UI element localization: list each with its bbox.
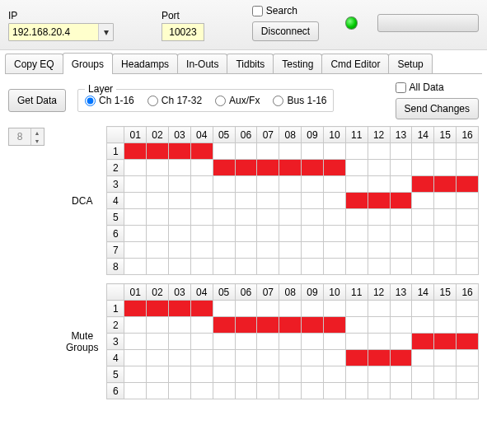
grid-cell[interactable] (235, 193, 257, 209)
grid-cell[interactable] (147, 259, 169, 275)
grid-cell[interactable] (257, 176, 279, 193)
grid-cell[interactable] (323, 334, 345, 350)
grid-cell[interactable] (147, 160, 169, 176)
grid-cell[interactable] (257, 350, 279, 366)
grid-cell[interactable] (390, 160, 412, 176)
layer-radio-input-1[interactable] (148, 96, 158, 106)
grid-cell[interactable] (390, 226, 412, 242)
grid-cell[interactable] (213, 160, 235, 176)
grid-cell[interactable] (168, 176, 190, 193)
grid-cell[interactable] (368, 226, 390, 242)
grid-cell[interactable] (345, 226, 368, 242)
grid-cell[interactable] (213, 383, 235, 399)
grid-cell[interactable] (412, 143, 434, 160)
grid-cell[interactable] (345, 301, 368, 317)
grid-cell[interactable] (168, 226, 190, 242)
grid-cell[interactable] (368, 366, 390, 383)
grid-cell[interactable] (302, 209, 324, 226)
spinner-up[interactable]: ▲ (31, 128, 43, 137)
grid-cell[interactable] (323, 143, 345, 160)
grid-cell[interactable] (457, 176, 479, 193)
grid-cell[interactable] (345, 209, 368, 226)
grid-cell[interactable] (147, 301, 169, 317)
grid-cell[interactable] (368, 301, 390, 317)
grid-cell[interactable] (323, 317, 345, 334)
grid-cell[interactable] (412, 383, 434, 399)
grid-cell[interactable] (345, 160, 368, 176)
ip-dropdown-arrow[interactable]: ▾ (98, 24, 113, 40)
grid-cell[interactable] (279, 209, 302, 226)
port-input[interactable] (162, 23, 204, 41)
grid-cell[interactable] (190, 209, 213, 226)
grid-cell[interactable] (147, 176, 169, 193)
grid-cell[interactable] (302, 301, 324, 317)
grid-cell[interactable] (434, 317, 457, 334)
grid-cell[interactable] (434, 301, 457, 317)
grid-cell[interactable] (434, 226, 457, 242)
grid-cell[interactable] (390, 301, 412, 317)
grid-cell[interactable] (434, 366, 457, 383)
grid-cell[interactable] (457, 209, 479, 226)
grid-cell[interactable] (124, 259, 147, 275)
grid-cell[interactable] (235, 176, 257, 193)
grid-cell[interactable] (147, 317, 169, 334)
grid-cell[interactable] (168, 350, 190, 366)
all-data-wrap[interactable]: All Data (396, 82, 444, 93)
get-data-button[interactable]: Get Data (8, 89, 66, 112)
grid-cell[interactable] (434, 176, 457, 193)
grid-cell[interactable] (257, 383, 279, 399)
grid-cell[interactable] (345, 259, 368, 275)
tab-headamps[interactable]: Headamps (112, 54, 178, 74)
grid-cell[interactable] (147, 242, 169, 259)
grid-cell[interactable] (168, 259, 190, 275)
grid-cell[interactable] (190, 193, 213, 209)
grid-cell[interactable] (323, 226, 345, 242)
grid-cell[interactable] (168, 383, 190, 399)
grid-cell[interactable] (412, 350, 434, 366)
grid-cell[interactable] (190, 301, 213, 317)
grid-cell[interactable] (168, 366, 190, 383)
grid-cell[interactable] (257, 143, 279, 160)
grid-cell[interactable] (345, 176, 368, 193)
grid-cell[interactable] (168, 242, 190, 259)
grid-cell[interactable] (124, 301, 147, 317)
grid-cell[interactable] (412, 259, 434, 275)
grid-cell[interactable] (190, 143, 213, 160)
grid-cell[interactable] (323, 242, 345, 259)
grid-cell[interactable] (147, 209, 169, 226)
grid-cell[interactable] (368, 193, 390, 209)
grid-cell[interactable] (434, 259, 457, 275)
spinner-input[interactable] (9, 131, 30, 142)
grid-cell[interactable] (412, 366, 434, 383)
grid-cell[interactable] (457, 160, 479, 176)
grid-cell[interactable] (323, 259, 345, 275)
grid-cell[interactable] (168, 143, 190, 160)
grid-cell[interactable] (279, 143, 302, 160)
grid-cell[interactable] (190, 317, 213, 334)
grid-cell[interactable] (213, 242, 235, 259)
layer-radio-input-3[interactable] (273, 96, 283, 106)
grid-cell[interactable] (147, 350, 169, 366)
grid-cell[interactable] (323, 383, 345, 399)
grid-cell[interactable] (279, 334, 302, 350)
grid-cell[interactable] (257, 366, 279, 383)
grid-cell[interactable] (190, 259, 213, 275)
grid-cell[interactable] (124, 226, 147, 242)
grid-cell[interactable] (390, 176, 412, 193)
layer-radio-1[interactable]: Ch 17-32 (148, 95, 202, 106)
grid-cell[interactable] (457, 143, 479, 160)
grid-cell[interactable] (213, 143, 235, 160)
grid-cell[interactable] (302, 226, 324, 242)
layer-radio-input-0[interactable] (85, 96, 96, 106)
grid-cell[interactable] (345, 317, 368, 334)
grid-cell[interactable] (213, 317, 235, 334)
grid-cell[interactable] (434, 383, 457, 399)
grid-cell[interactable] (168, 301, 190, 317)
grid-cell[interactable] (412, 317, 434, 334)
grid-cell[interactable] (190, 350, 213, 366)
grid-cell[interactable] (302, 160, 324, 176)
grid-cell[interactable] (434, 242, 457, 259)
grid-cell[interactable] (190, 176, 213, 193)
grid-cell[interactable] (390, 317, 412, 334)
grid-cell[interactable] (302, 317, 324, 334)
